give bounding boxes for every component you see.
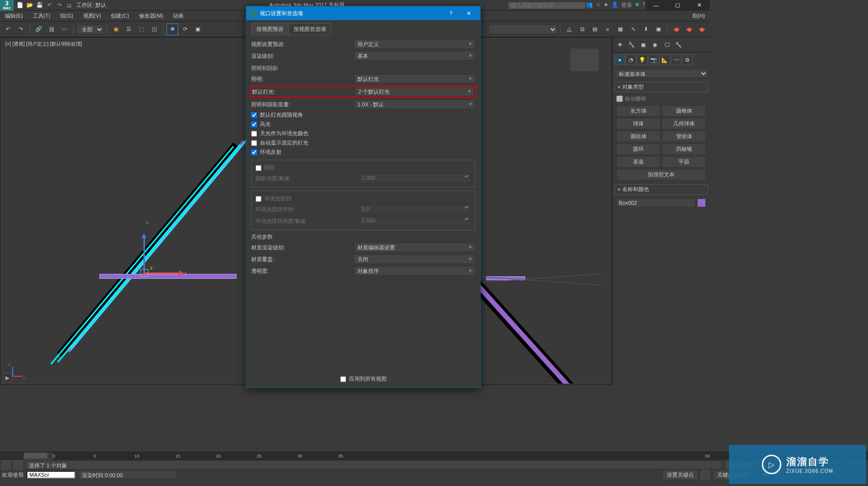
project-icon[interactable]: 🗂 [65,1,73,10]
star-icon[interactable]: ☆ [596,1,601,9]
cameras-subtab-icon[interactable]: 📷 [648,54,659,65]
sphere-button[interactable]: 球体 [616,118,660,129]
dialog-close-button[interactable]: ✕ [460,6,477,20]
favorite-icon[interactable]: ★ [604,1,609,9]
maximize-button[interactable]: ▢ [667,0,688,11]
render-frame-icon[interactable]: 🫖 [683,24,695,35]
redo-icon[interactable]: ↷ [15,24,26,35]
rollout-header[interactable]: 对象类型 [614,82,708,92]
unlink-icon[interactable]: ⛓ [46,24,57,35]
help-search-input[interactable] [508,1,586,9]
cylinder-button[interactable]: 圆柱体 [616,131,660,142]
workspace-selector[interactable]: 工作区: 默认 [76,1,106,9]
material-editor-icon[interactable]: ▣ [653,24,664,35]
scale-icon[interactable]: ▣ [192,24,204,35]
login-label[interactable]: 登录 [621,1,632,9]
hierarchy-tab-icon[interactable]: ▣ [638,39,649,50]
follow-view-checkbox[interactable]: 默认灯光跟随视角 [251,110,475,120]
textplus-button[interactable]: 加强型文本 [616,169,706,180]
illumination-dropdown[interactable]: 默认灯光 [354,74,475,84]
render-icon[interactable]: 🫖 [696,24,708,35]
app-logo[interactable]: 3MAX [0,0,14,11]
highlight-checkbox[interactable]: 高光 [251,120,475,129]
undo-icon[interactable]: ↶ [2,24,14,35]
object-color-swatch[interactable] [697,198,706,207]
layer-explorer-icon[interactable]: ≡ [602,24,613,35]
geosphere-button[interactable]: 几何球体 [662,118,706,129]
x-icon[interactable]: ✖ [635,1,639,9]
ribbon-icon[interactable]: ▦ [614,24,626,35]
new-icon[interactable]: 📄 [16,1,24,10]
shadow-quality-dropdown[interactable]: 1.0X - 默认 [354,99,475,109]
link-icon[interactable]: 🔗 [33,24,45,35]
space-warps-subtab-icon[interactable]: 〰 [671,54,681,65]
cone-button[interactable]: 圆锥体 [662,105,706,117]
transparency-dropdown[interactable]: 对象排序 [354,266,475,276]
close-button[interactable]: ✕ [688,0,710,11]
menu-edit[interactable]: 编辑(E) [0,11,28,22]
minimize-button[interactable]: — [645,0,667,11]
select-icon[interactable]: ▣ [110,24,122,35]
window-crossing-icon[interactable]: ◫ [148,24,160,35]
viewport-label[interactable]: [+] [透视] [用户定义] [默认明暗处理] [5,41,82,48]
menu-help[interactable]: 助(H) [687,11,710,22]
env-reflection-checkbox[interactable]: 环境反射 [251,147,475,157]
preset-dropdown[interactable]: 用户定义 [354,39,475,49]
curve-editor-icon[interactable]: ∿ [627,24,639,35]
move-icon[interactable]: ✥ [166,24,178,35]
rotate-icon[interactable]: ⟳ [179,24,191,35]
ao-checkbox[interactable]: 环境光阻挡 [256,194,471,203]
menu-modifiers[interactable]: 修改器(M) [134,11,168,22]
named-selection[interactable] [489,24,557,34]
systems-subtab-icon[interactable]: ⚙ [682,54,693,65]
create-tab-icon[interactable]: ✚ [614,39,625,50]
geometry-subtab-icon[interactable]: ● [614,54,625,65]
transform-gizmo[interactable]: z x y [143,225,192,274]
align-icon[interactable]: ⊟ [576,24,588,35]
viewport-playback-icon[interactable]: ▶ [3,373,12,382]
pyramid-button[interactable]: 四棱锥 [662,144,706,155]
open-icon[interactable]: 📂 [25,1,34,10]
category-dropdown[interactable]: 标准基本体 [614,69,708,78]
material-override-dropdown[interactable]: 关闭 [354,254,475,264]
motion-tab-icon[interactable]: ◉ [650,39,660,50]
undo-icon[interactable]: ↶ [45,1,54,10]
apply-all-checkbox[interactable]: 应用到所有视图 [340,374,387,384]
torus-button[interactable]: 圆环 [616,144,660,155]
menu-create[interactable]: 创建(C) [106,11,134,22]
mirror-icon[interactable]: ⧋ [563,24,575,35]
tab-per-view-prefs[interactable]: 按视图首选项 [288,23,331,35]
redo-icon[interactable]: ↷ [55,1,64,10]
menu-views[interactable]: 视图(V) [78,11,106,22]
binocular-icon[interactable]: 👥 [586,1,593,9]
teapot-button[interactable]: 茶壶 [616,156,660,168]
box-button[interactable]: 长方体 [616,105,660,117]
shadow-checkbox[interactable]: 阴影 [256,163,471,172]
menu-animation[interactable]: 动画 [168,11,188,22]
schematic-icon[interactable]: ⬇ [640,24,652,35]
select-region-icon[interactable]: ⬚ [136,24,147,35]
layers-icon[interactable]: ▤ [589,24,601,35]
modify-tab-icon[interactable]: 🔧 [626,39,637,50]
user-icon[interactable]: 👤 [611,1,618,9]
bind-icon[interactable]: 〰 [58,24,70,35]
dialog-titlebar[interactable]: 视口设置和首选项 ? ✕ [246,6,480,20]
autoshow-lights-checkbox[interactable]: 自动显示选定的灯光 [251,138,475,147]
menu-group[interactable]: 组(G) [55,11,78,22]
viewcube[interactable] [570,49,599,71]
default-lights-dropdown[interactable]: 2 个默认灯光 [355,87,474,97]
tube-button[interactable]: 管状体 [662,131,706,142]
skylight-checkbox[interactable]: 天光作为环境光颜色 [251,129,475,138]
menu-tools[interactable]: 工具(T) [28,11,55,22]
display-tab-icon[interactable]: 🖵 [661,39,672,50]
lights-subtab-icon[interactable]: 💡 [637,54,648,65]
save-icon[interactable]: 💾 [35,1,44,10]
rollout-header[interactable]: 名称和颜色 [614,184,708,194]
autogrid-checkbox[interactable]: 自动栅格 [616,94,706,103]
render-setup-icon[interactable]: 🫖 [671,24,682,35]
material-render-dropdown[interactable]: 材质编辑器设置 [354,243,475,252]
plane-button[interactable]: 平面 [662,156,706,168]
shapes-subtab-icon[interactable]: ◔ [626,54,636,65]
selection-filter[interactable]: 全部 [76,24,104,34]
helpers-subtab-icon[interactable]: 📐 [659,54,670,65]
